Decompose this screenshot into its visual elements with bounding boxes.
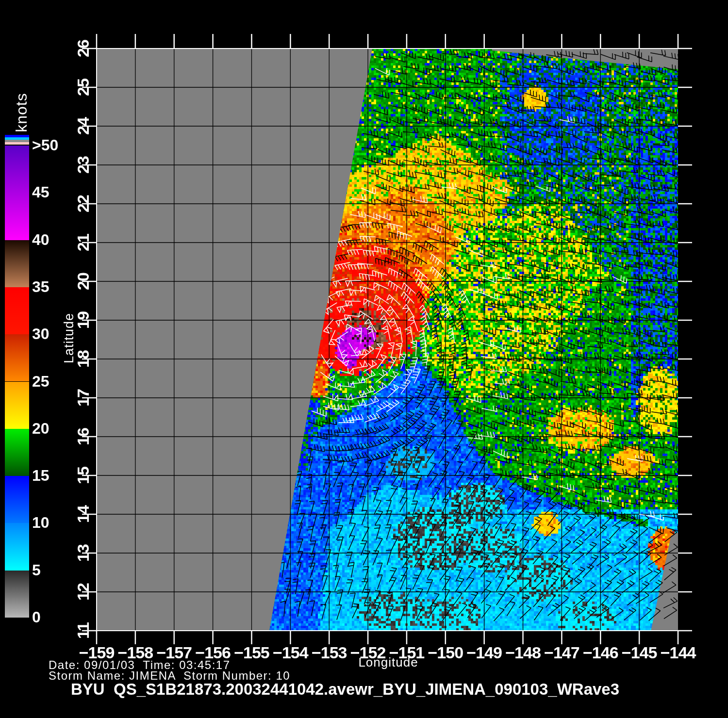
y-tick-label: 13 (74, 531, 92, 575)
colorbar-tick-label: 20 (32, 420, 50, 438)
colorbar-tick-label: 25 (32, 373, 50, 391)
colorbar-segment (5, 382, 29, 429)
y-tick-label: 24 (74, 104, 92, 148)
wind-map-canvas (0, 0, 728, 718)
quikscat-storm-wind-plot: knots >50454035302520151050 Latitude 111… (0, 0, 728, 718)
colorbar-tick-label: 45 (32, 183, 50, 202)
colorbar-segment (5, 240, 29, 287)
y-tick-label: 14 (74, 492, 92, 536)
y-tick-label: 12 (74, 570, 92, 614)
y-tick-label: 22 (74, 182, 92, 226)
colorbar-tick-label: 5 (32, 561, 41, 580)
colorbar-tick-label: 10 (32, 514, 50, 532)
y-tick-label: 15 (74, 454, 92, 497)
colorbar-segment (5, 146, 29, 240)
y-tick-label: 21 (74, 221, 92, 264)
y-tick-label: 23 (74, 143, 92, 187)
colorbar-tick-label: 15 (32, 467, 50, 485)
colorbar-segment (5, 571, 29, 618)
colorbar-tick-label: 0 (32, 608, 41, 627)
y-tick-label: 19 (74, 298, 92, 342)
y-tick-label: 20 (74, 260, 92, 303)
y-tick-label: 17 (74, 376, 92, 420)
plot-title: BYU QS_S1B21873.20032441042.avewr_BYU_JI… (71, 680, 619, 699)
colorbar-overflow-stripe (5, 142, 29, 145)
y-tick-label: 26 (74, 27, 92, 70)
y-tick-label: 18 (74, 337, 92, 381)
x-axis-title: Longitude (315, 655, 461, 670)
colorbar-tick-label: >50 (32, 136, 58, 155)
colorbar-segment (5, 334, 29, 381)
colorbar-segment (5, 523, 29, 570)
colorbar-tick-label: 30 (32, 325, 50, 343)
colorbar-tick-label: 40 (32, 231, 50, 249)
colorbar-tick-label: 35 (32, 278, 50, 296)
colorbar-segment (5, 429, 29, 476)
y-tick-label: 16 (74, 415, 92, 458)
y-tick-label: 25 (74, 65, 92, 109)
colorbar-segment (5, 287, 29, 334)
colorbar-segment (5, 476, 29, 523)
x-tick-label: −144 (655, 643, 701, 662)
